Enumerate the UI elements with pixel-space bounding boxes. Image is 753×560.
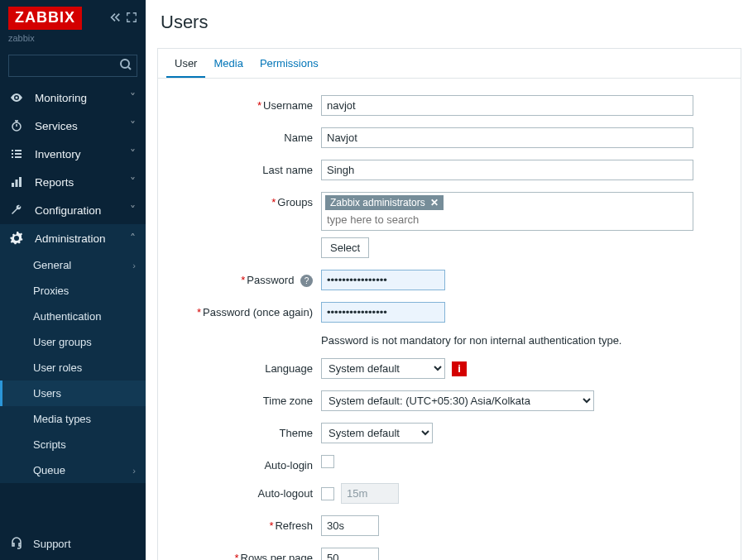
main-nav: Monitoring ˅ Services ˅ Inventory ˅ Repo… [0,84,146,528]
sub-users[interactable]: Users [0,381,146,406]
timezone-select[interactable]: System default: (UTC+05:30) Asia/Kolkata [321,390,594,411]
username-label: Username [263,99,313,112]
chevron-right-icon: › [132,466,136,476]
lastname-label: Last name [262,164,313,176]
groups-label: Groups [277,196,313,208]
search-icon[interactable] [119,58,132,74]
autologin-label: Auto-login [264,459,313,471]
chevron-down-icon: ˅ [130,119,136,132]
sub-user-roles[interactable]: User roles [0,355,146,381]
remove-tag-icon[interactable]: ✕ [430,197,439,208]
stopwatch-icon [10,119,25,132]
form-panel: User Media Permissions *Username Name La… [157,48,741,560]
tenant-name: zabbix [8,33,137,43]
sub-authentication[interactable]: Authentication [0,304,146,329]
sub-scripts[interactable]: Scripts [0,432,146,457]
wrench-icon [10,203,25,217]
svg-rect-4 [15,150,22,151]
support-link[interactable]: Support [0,528,146,560]
main-content: Users User Media Permissions *Username N… [146,0,753,560]
support-label: Support [33,538,71,550]
nav-label: Monitoring [35,92,87,104]
tab-media[interactable]: Media [205,49,251,78]
password-input[interactable] [321,270,445,290]
sub-general[interactable]: General› [0,252,146,278]
sub-queue[interactable]: Queue› [0,457,146,483]
svg-rect-6 [15,153,22,155]
password2-label: Password (once again) [203,306,313,318]
brand-logo[interactable]: ZABBIX [8,7,82,30]
nav-administration[interactable]: Administration ˄ [0,224,146,252]
refresh-input[interactable] [321,515,379,536]
collapse-icon[interactable] [109,12,121,26]
page-title: Users [146,0,753,41]
nav-label: Reports [35,176,74,189]
rows-input[interactable] [321,548,379,560]
autologin-checkbox[interactable] [321,455,334,468]
tab-permissions[interactable]: Permissions [252,49,327,78]
chevron-up-icon: ˄ [130,232,136,245]
chevron-down-icon: ˅ [130,175,136,189]
name-label: Name [284,132,313,144]
name-input[interactable] [321,127,693,148]
eye-icon [10,91,25,104]
language-label: Language [265,362,313,375]
nav-services[interactable]: Services ˅ [0,112,146,140]
groups-multiselect[interactable]: Zabbix administrators ✕ [321,192,693,231]
autologout-label: Auto-logout [258,487,314,500]
search-input[interactable] [8,55,137,77]
group-tag: Zabbix administrators ✕ [325,195,444,210]
theme-label: Theme [280,427,313,439]
tabs: User Media Permissions [158,49,741,79]
chevron-down-icon: ˅ [130,91,136,104]
chevron-right-icon: › [132,261,136,270]
timezone-label: Time zone [263,395,313,407]
password2-input[interactable] [321,302,445,323]
nav-configuration[interactable]: Configuration ˅ [0,196,146,224]
gear-icon [10,232,25,245]
autologout-input [341,483,399,504]
nav-label: Services [35,120,78,132]
password-label: Password [247,274,294,286]
nav-label: Administration [35,232,106,245]
chevron-down-icon: ˅ [130,203,136,217]
sub-user-groups[interactable]: User groups [0,329,146,355]
autologout-checkbox[interactable] [321,487,334,500]
list-icon [10,147,25,160]
refresh-label: Refresh [275,519,313,532]
sub-media-types[interactable]: Media types [0,406,146,432]
svg-rect-8 [15,156,22,158]
help-icon[interactable]: ? [300,275,313,287]
svg-rect-7 [12,156,13,158]
lastname-input[interactable] [321,160,693,180]
nav-reports[interactable]: Reports ˅ [0,168,146,196]
theme-select[interactable]: System default [321,423,433,443]
tab-user[interactable]: User [166,49,205,78]
nav-label: Configuration [35,204,101,217]
nav-label: Inventory [35,148,81,160]
groups-search-input[interactable] [325,212,689,227]
expand-icon[interactable] [126,12,137,26]
svg-point-0 [121,60,129,68]
chevron-down-icon: ˅ [130,147,136,160]
svg-rect-3 [12,150,13,151]
password-hint: Password is not mandatory for non intern… [321,334,622,347]
sidebar: ZABBIX zabbix Monitoring [0,0,146,560]
nav-monitoring[interactable]: Monitoring ˅ [0,84,146,112]
svg-rect-9 [12,183,14,187]
warning-icon[interactable]: i [452,361,467,376]
svg-rect-10 [16,179,18,187]
svg-rect-11 [19,177,22,187]
svg-rect-5 [12,153,13,155]
nav-inventory[interactable]: Inventory ˅ [0,140,146,168]
rows-label: Rows per page [241,552,313,560]
select-groups-button[interactable]: Select [321,237,369,258]
username-input[interactable] [321,95,693,116]
bar-chart-icon [10,175,25,189]
language-select[interactable]: System default [321,358,445,379]
headset-icon [10,536,23,552]
svg-point-1 [16,97,18,99]
sub-proxies[interactable]: Proxies [0,278,146,304]
